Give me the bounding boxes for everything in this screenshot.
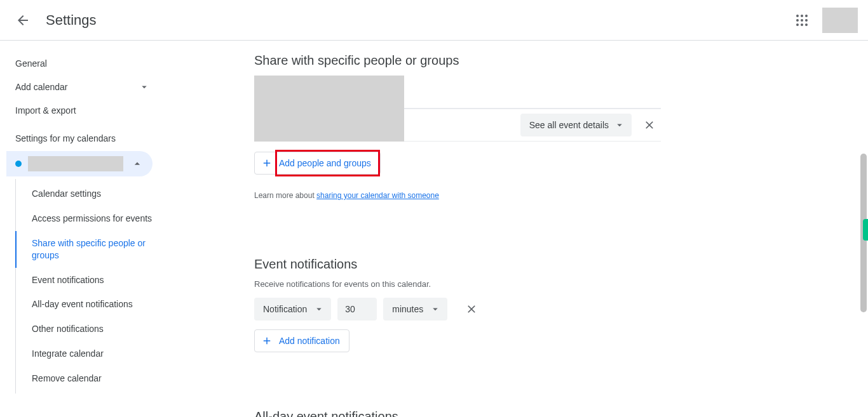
permission-dropdown[interactable]: See all event details xyxy=(520,114,632,136)
chevron-up-icon xyxy=(131,157,144,170)
sidebar-item-import-export[interactable]: Import & export xyxy=(0,99,165,122)
settings-sidebar: General Add calendar Import & export Set… xyxy=(0,41,165,417)
notification-type-dropdown[interactable]: Notification xyxy=(254,298,331,321)
sidebar-label: Add calendar xyxy=(15,82,68,92)
subnav-share-specific[interactable]: Share with specific people or groups xyxy=(15,231,165,268)
apps-grid-icon xyxy=(794,13,810,28)
share-list: See all event details xyxy=(254,76,661,142)
allday-notifications-section: All-day event notifications Receive noti… xyxy=(254,397,661,417)
event-notifications-section: Event notifications Receive notification… xyxy=(254,244,661,352)
event-notifications-title: Event notifications xyxy=(254,257,661,272)
share-help-link[interactable]: sharing your calendar with someone xyxy=(316,191,439,200)
allday-notifications-title: All-day event notifications xyxy=(254,409,661,417)
edge-indicator xyxy=(863,219,868,241)
chevron-down-icon xyxy=(430,303,441,315)
event-notifications-desc: Receive notifications for events on this… xyxy=(254,279,661,289)
svg-point-1 xyxy=(801,15,803,17)
chevron-down-icon xyxy=(139,81,150,93)
sidebar-section-title: Settings for my calendars xyxy=(0,122,165,149)
main-content: Share with specific people or groups See… xyxy=(165,41,868,417)
calendar-color-dot xyxy=(15,161,22,167)
subnav-event-notifications[interactable]: Event notifications xyxy=(15,268,165,293)
svg-point-8 xyxy=(805,23,808,26)
permission-label: See all event details xyxy=(529,120,609,130)
sidebar-label: Import & export xyxy=(15,105,76,116)
back-button[interactable] xyxy=(10,8,36,33)
add-people-label: Add people and groups xyxy=(279,158,371,168)
close-icon xyxy=(465,303,478,315)
add-notification-button[interactable]: Add notification xyxy=(254,329,349,352)
add-notification-label: Add notification xyxy=(279,336,340,346)
subnav-remove-calendar[interactable]: Remove calendar xyxy=(15,366,165,391)
subnav-calendar-settings[interactable]: Calendar settings xyxy=(15,182,165,206)
sidebar-item-add-calendar[interactable]: Add calendar xyxy=(0,75,165,99)
subnav-integrate-calendar[interactable]: Integrate calendar xyxy=(15,341,165,366)
notification-unit-dropdown[interactable]: minutes xyxy=(383,298,447,321)
google-apps-button[interactable] xyxy=(789,8,815,33)
calendar-name xyxy=(28,156,123,171)
share-section-title: Share with specific people or groups xyxy=(254,53,661,68)
notification-row: Notification minutes xyxy=(254,298,661,321)
subnav-access-permissions[interactable]: Access permissions for events xyxy=(15,206,165,231)
redacted-user-info xyxy=(254,76,404,142)
notification-value-input[interactable] xyxy=(337,298,377,321)
notification-unit-label: minutes xyxy=(392,304,423,314)
notification-type-label: Notification xyxy=(263,304,307,314)
sidebar-item-general[interactable]: General xyxy=(0,52,165,75)
svg-point-2 xyxy=(805,15,808,17)
svg-point-6 xyxy=(796,23,799,26)
remove-notification-button[interactable] xyxy=(460,298,483,321)
calendar-sub-nav: Calendar settings Access permissions for… xyxy=(15,179,165,394)
arrow-left-icon xyxy=(15,13,31,28)
share-learn-more: Learn more about sharing your calendar w… xyxy=(254,191,661,200)
page-title: Settings xyxy=(46,12,97,29)
share-section: Share with specific people or groups See… xyxy=(254,41,661,200)
svg-point-0 xyxy=(796,15,799,17)
chevron-down-icon xyxy=(614,119,625,131)
svg-point-7 xyxy=(801,23,803,26)
subnav-allday-notifications[interactable]: All-day event notifications xyxy=(15,292,165,317)
app-header: Settings xyxy=(0,0,868,41)
chevron-down-icon xyxy=(313,303,325,315)
subnav-other-notifications[interactable]: Other notifications xyxy=(15,317,165,341)
close-icon xyxy=(643,119,656,131)
plus-icon xyxy=(261,335,273,347)
svg-point-5 xyxy=(805,19,808,22)
remove-person-button[interactable] xyxy=(638,114,661,136)
plus-icon xyxy=(261,157,273,169)
sidebar-calendar-item[interactable] xyxy=(6,151,153,176)
add-people-button[interactable]: Add people and groups xyxy=(254,152,381,175)
svg-point-4 xyxy=(801,19,803,22)
svg-point-3 xyxy=(796,19,799,22)
sidebar-label: General xyxy=(15,58,47,69)
account-avatar[interactable] xyxy=(822,8,858,33)
